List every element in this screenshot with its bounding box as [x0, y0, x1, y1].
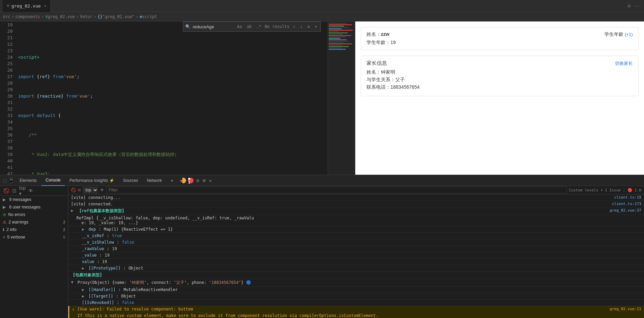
code-line: /** — [18, 132, 325, 138]
devtools-inspect-icon[interactable]: ⬚ — [3, 177, 7, 184]
parent-card: 家长信息 切换家长 姓名：钟家明 与学生关系：父子 联系电话：188345676… — [361, 56, 639, 96]
expand-btn[interactable]: ▶ — [82, 294, 84, 299]
tab-label: greg_02.vue — [11, 3, 41, 9]
breadcrumb-components[interactable]: components — [15, 14, 40, 19]
console-line-isref: __v_isRef: true — [68, 233, 644, 239]
breadcrumb-file[interactable]: greg_02.vue — [48, 14, 75, 19]
filter-icon[interactable]: ⊡ — [78, 188, 81, 192]
expand-btn[interactable]: ▶ — [82, 227, 84, 232]
source-link[interactable]: client.ts:19 — [614, 195, 641, 200]
devtools-mobile-icon[interactable]: 📱 — [8, 177, 15, 184]
console-line-vite-connected: [vite] connected. client.ts:173 — [68, 201, 644, 207]
split-editor-icon[interactable]: ⊟ — [628, 3, 631, 9]
breadcrumb-src[interactable]: src — [3, 14, 10, 19]
tab-close-icon[interactable]: × — [44, 4, 46, 8]
student-name-label: 姓名：zzw — [367, 31, 389, 38]
filter-all-messages[interactable]: ▶ 9 messages — [0, 196, 68, 203]
student-age-section: 学生年龄 (+1) — [604, 31, 633, 38]
settings-icon[interactable]: ⚙ — [639, 188, 641, 192]
expand-btn[interactable]: ▶ — [82, 266, 84, 271]
tab-sources[interactable]: Sources — [119, 175, 142, 186]
console-eye-icon[interactable]: 👁 — [27, 187, 34, 194]
console-line-prototype: ▶ [[Prototype]]: Object — [68, 265, 644, 272]
devtools-header-right: ▲ 2 ● 1 ⚙ ⊞ ✕ — [181, 177, 212, 184]
issue-count: 1 Issue : 🔴 1 — [605, 188, 636, 192]
search-options-btn[interactable]: ≡ — [306, 24, 311, 30]
line-numbers: 1920212223 2425262728 2930313233 3435363… — [0, 21, 15, 175]
more-actions-icon[interactable]: ··· — [633, 3, 641, 9]
code-line: import {reactive} from 'vue'; — [18, 93, 325, 99]
prev-result-btn[interactable]: ↑ — [291, 24, 297, 30]
tab-console[interactable]: Console — [41, 175, 65, 186]
eye-icon[interactable]: 👁 — [100, 188, 104, 192]
tab-elements[interactable]: Elements — [15, 175, 41, 186]
warn-count-badge: ▲ 2 — [181, 178, 186, 183]
case-sensitive-btn[interactable]: Aa — [235, 24, 243, 30]
parent-name-row: 姓名：钟家明 — [367, 69, 633, 75]
parent-phone-row: 联系电话：18834567654 — [367, 84, 633, 90]
code-line: <script> — [18, 54, 325, 60]
console-context-select[interactable]: top — [83, 187, 98, 193]
vue-file-icon: ▽ — [7, 3, 9, 8]
breadcrumb-obj[interactable]: "greg_02.vue" — [102, 14, 134, 19]
verbose-icon: ≡ — [3, 235, 5, 240]
search-close-btn[interactable]: × — [313, 24, 318, 30]
clear-console-btn[interactable]: 🚫 — [71, 188, 76, 192]
console-line-ref-label: ▶ 【ref包裹基本数据类型】 greg_02.vue:37 — [68, 207, 644, 215]
custom-levels-btn[interactable]: Custom levels ▾ — [569, 188, 603, 192]
info-icon: ℹ — [3, 227, 4, 232]
filter-warnings[interactable]: ⚠ 2 warnings 2 — [0, 218, 68, 226]
filter-verbose[interactable]: ≡ 5 verbose 5 — [0, 233, 68, 241]
breadcrumb-vetur[interactable]: Vetur — [80, 14, 92, 19]
source-link[interactable]: greg_02.vue:37 — [610, 208, 641, 213]
console-line-proxy: ▼ Proxy(Object) {name: '钟家明', connect: '… — [68, 279, 644, 287]
breadcrumb-script[interactable]: script — [142, 14, 157, 19]
console-filter-panel: 🚫 ⊡ top ▾ 👁 ▶ 9 messages ▶ 6 user messag… — [0, 186, 68, 318]
tab-actions: ⊟ ··· — [628, 3, 641, 9]
regex-btn[interactable]: .* — [255, 24, 262, 30]
console-clear-btn[interactable]: 🚫 — [3, 187, 10, 194]
editor-panel: 🔍 Aa ab .* No results ↑ ↓ ≡ × 1920212223… — [0, 21, 328, 175]
devtools-close-icon[interactable]: ✕ — [208, 177, 212, 184]
err-count-badge: ● 1 — [188, 178, 194, 183]
warning-count: 2 — [63, 220, 65, 224]
no-results-label: No results — [265, 24, 289, 29]
expand-btn[interactable]: ▼ — [71, 280, 73, 285]
next-result-btn[interactable]: ↓ — [299, 24, 304, 30]
whole-word-btn[interactable]: ab — [245, 24, 253, 30]
switch-parent-btn[interactable]: 切换家长 — [615, 60, 633, 67]
source-link[interactable]: client.ts:173 — [612, 202, 641, 206]
code-editor[interactable]: 1920212223 2425262728 2930313233 3435363… — [0, 21, 328, 175]
filter-no-errors[interactable]: ⊘ No errors — [0, 211, 68, 218]
console-line-warn1-detail: If this is a native custom element, make… — [68, 313, 644, 318]
console-line-rawvalue: _rawValue: 19 — [68, 246, 644, 252]
expand-btn[interactable]: ▶ — [82, 287, 84, 292]
expand-btn[interactable]: ▶ — [71, 208, 73, 213]
no-error-icon: ⊘ — [3, 212, 6, 217]
console-line-proxy-label: 【包裹对象类型】 — [68, 272, 644, 279]
devtools-settings-icon[interactable]: ⚙ — [196, 177, 200, 184]
search-input[interactable] — [192, 24, 233, 29]
filter-label: 2 info — [6, 227, 16, 232]
filter-input[interactable] — [106, 187, 567, 193]
console-output[interactable]: 🚫 ⊡ top 👁 Custom levels ▾ 1 Issue : 🔴 1 … — [68, 186, 644, 318]
tab-more[interactable]: » — [167, 175, 177, 186]
code-content[interactable]: <script> import {ref} from 'vue'; import… — [15, 21, 328, 175]
increment-age-btn[interactable]: (+1) — [625, 32, 633, 37]
tab-network[interactable]: Network — [143, 175, 166, 186]
console-line-refimpl: RefImpl {__v_isShallow: false, dep: unde… — [68, 215, 644, 226]
console-filter-btn[interactable]: ⊡ — [11, 187, 18, 194]
filter-label: 6 user messages — [9, 205, 40, 209]
editor-tab[interactable]: ▽ greg_02.vue × — [3, 0, 51, 12]
student-age-row: 学生年龄：19 — [367, 40, 633, 46]
tab-area: ▽ greg_02.vue × — [3, 0, 51, 12]
tab-performance[interactable]: Performance insights ⚡ — [66, 175, 118, 186]
source-link[interactable]: greg_02.vue:11 — [610, 307, 641, 311]
filter-label: No errors — [8, 212, 25, 217]
devtools-dock-icon[interactable]: ⊞ — [202, 177, 206, 184]
console-line-isshallow: __v_isShallow: false — [68, 239, 644, 246]
filter-info[interactable]: ℹ 2 info 2 — [0, 226, 68, 233]
console-context-selector[interactable]: top ▾ — [19, 187, 26, 194]
expand-icon: ▶ — [3, 205, 6, 209]
filter-user-messages[interactable]: ▶ 6 user messages — [0, 203, 68, 211]
